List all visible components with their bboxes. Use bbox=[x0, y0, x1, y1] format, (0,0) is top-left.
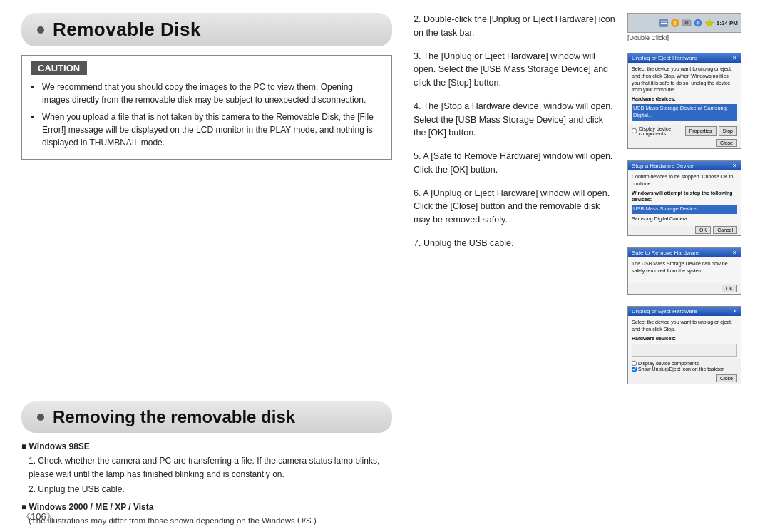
win2-body: Select the device you want to unplug or … bbox=[628, 63, 741, 125]
win5-desc: Select the device you want to unplug or … bbox=[632, 319, 737, 333]
win4-mock: Safe to Remove Hardware ✕ The USB Mass S… bbox=[627, 247, 741, 295]
win5-body: Select the device you want to unplug or … bbox=[628, 316, 741, 359]
svg-rect-1 bbox=[661, 21, 667, 22]
win5-hardware-label: Hardware devices: bbox=[632, 335, 737, 342]
win2-properties-btn[interactable]: Properties bbox=[685, 126, 717, 136]
win2-thumb: Unplug or Eject Hardware ✕ Select the de… bbox=[627, 53, 749, 149]
win5-title-bar: Unplug or Eject Hardware ✕ bbox=[628, 307, 741, 316]
caution-item-2: When you upload a file that is not taken… bbox=[31, 111, 383, 149]
taskbar-icon-3 bbox=[682, 18, 692, 28]
header-dot bbox=[37, 26, 44, 34]
windows2000-note: (The illustrations may differ from those… bbox=[21, 515, 392, 527]
svg-text:!: ! bbox=[674, 20, 676, 26]
win3-extra: Samsung Digital Camera bbox=[632, 215, 737, 222]
win4-desc: The USB Mass Storage Device can now be s… bbox=[632, 260, 737, 275]
windows98-step-1-number: 1. bbox=[29, 456, 38, 466]
taskbar-icon-4 bbox=[693, 18, 703, 28]
win2-check-label: Display device components bbox=[639, 126, 683, 136]
step-2-text: Double-click the [Unplug or Eject Hardwa… bbox=[414, 14, 615, 38]
step-5-number: 5. bbox=[414, 151, 423, 161]
win3-cancel-btn[interactable]: Cancel bbox=[713, 226, 737, 234]
win2-hardware-label: Hardware devices: bbox=[632, 96, 737, 103]
win5-checkboxes: Display device components Show Unplug/Ej… bbox=[628, 359, 741, 373]
win2-footer: Display device components Properties Sto… bbox=[628, 125, 741, 138]
step-7: 7. Unplug the USB cable. bbox=[414, 237, 616, 250]
taskbar-icon-1 bbox=[659, 18, 669, 28]
win5-check1-label: Display device components bbox=[638, 361, 699, 366]
step-6-number: 6. bbox=[414, 188, 423, 198]
svg-point-8 bbox=[696, 21, 699, 25]
win3-title-bar: Stop a Hardware Device ✕ bbox=[628, 161, 741, 170]
svg-rect-2 bbox=[661, 23, 667, 24]
windows98-step-1: 1. Check whether the camera and PC are t… bbox=[29, 454, 392, 481]
removing-disk-title: Removing the removable disk bbox=[53, 407, 295, 427]
win2-mock: Unplug or Eject Hardware ✕ Select the de… bbox=[627, 53, 741, 149]
win4-title: Safe to Remove Hardware bbox=[632, 250, 699, 256]
win4-body: The USB Mass Storage Device can now be s… bbox=[628, 257, 741, 283]
win2-title-bar: Unplug or Eject Hardware ✕ bbox=[628, 53, 741, 63]
win3-body: Confirm devices to be stopped. Choose OK… bbox=[628, 170, 741, 225]
win2-close-row: Close bbox=[628, 138, 741, 148]
win5-check2: Show Unplug/Eject icon on the taskbar bbox=[632, 367, 737, 372]
win5-close-btn[interactable]: Close bbox=[716, 374, 737, 382]
step-3-number: 3. bbox=[414, 51, 423, 61]
svg-point-6 bbox=[684, 21, 688, 25]
taskbar-mock: ! 1:24 PM bbox=[627, 13, 741, 33]
win2-close-btn[interactable]: Close bbox=[716, 139, 737, 147]
windows98-step-2: 2. Unplug the USB cable. bbox=[29, 483, 392, 496]
win3-footer: OK Cancel bbox=[628, 225, 741, 235]
win4-footer: OK bbox=[628, 283, 741, 294]
windows98-step-1-text: Check whether the camera and PC are tran… bbox=[29, 456, 379, 479]
caution-list: We recommend that you should copy the im… bbox=[31, 81, 383, 149]
windows98-step-2-text: Unplug the USB cable. bbox=[38, 484, 124, 494]
win3-thumb: Stop a Hardware Device ✕ Confirm devices… bbox=[627, 160, 749, 236]
win5-check2-label: Show Unplug/Eject icon on the taskbar bbox=[638, 367, 724, 372]
win3-desc: Confirm devices to be stopped. Choose OK… bbox=[632, 173, 737, 188]
removing-header-dot bbox=[37, 414, 44, 421]
win4-thumb: Safe to Remove Hardware ✕ The USB Mass S… bbox=[627, 247, 749, 295]
win3-mock: Stop a Hardware Device ✕ Confirm devices… bbox=[627, 160, 741, 236]
win5-close: ✕ bbox=[732, 308, 737, 314]
double-click-label: [Double Click!] bbox=[627, 34, 669, 41]
windows2000-label: Windows 2000 / ME / XP / Vista bbox=[21, 502, 392, 512]
taskbar-time: 1:24 PM bbox=[717, 20, 738, 26]
win2-desc: Select the device you want to unplug or … bbox=[632, 66, 737, 93]
taskbar-thumb: ! 1:24 PM [Double Click!] bbox=[627, 13, 749, 41]
win2-close: ✕ bbox=[732, 55, 737, 61]
win5-footer: Close bbox=[628, 373, 741, 384]
win4-close: ✕ bbox=[732, 250, 737, 256]
caution-label: CAUTION bbox=[31, 61, 87, 75]
win5-device-list bbox=[632, 344, 737, 357]
step-4-text: The [Stop a Hardware device] window will… bbox=[414, 101, 613, 138]
caution-box: CAUTION We recommend that you should cop… bbox=[21, 55, 392, 160]
taskbar-icon-5 bbox=[704, 18, 714, 28]
windows2000-section: Windows 2000 / ME / XP / Vista (The illu… bbox=[21, 502, 392, 532]
step-3-text: The [Unplug or Eject Hardware] window wi… bbox=[414, 51, 608, 88]
step-7-number: 7. bbox=[414, 238, 423, 248]
win2-device: USB Mass Storage Device at Samsung Digit… bbox=[632, 104, 737, 121]
windows98-label: Windows 98SE bbox=[21, 441, 392, 451]
win3-ok-btn[interactable]: OK bbox=[695, 226, 711, 234]
win5-mock: Unplug or Eject Hardware ✕ Select the de… bbox=[627, 306, 741, 384]
win3-close: ✕ bbox=[732, 163, 737, 169]
win4-ok-btn[interactable]: OK bbox=[722, 285, 737, 292]
win3-title: Stop a Hardware Device bbox=[632, 163, 694, 169]
thumbnails-column: ! 1:24 PM [Double Click!] bbox=[627, 13, 749, 389]
win5-thumb: Unplug or Eject Hardware ✕ Select the de… bbox=[627, 306, 749, 384]
step-3: 3. The [Unplug or Eject Hardware] window… bbox=[414, 50, 616, 90]
windows98-steps: 1. Check whether the camera and PC are t… bbox=[21, 454, 392, 497]
win5-display-check[interactable] bbox=[632, 361, 637, 366]
windows98-step-2-number: 2. bbox=[29, 484, 38, 494]
step-6-text: A [Unplug or Eject Hardware] window will… bbox=[414, 188, 610, 225]
step-7-text: Unplug the USB cable. bbox=[423, 238, 513, 248]
step-2: 2. Double-click the [Unplug or Eject Har… bbox=[414, 13, 616, 40]
display-components-check[interactable] bbox=[632, 128, 637, 133]
win2-stop-btn[interactable]: Stop bbox=[719, 126, 737, 136]
step-5: 5. A [Safe to Remove Hardware] window wi… bbox=[414, 150, 616, 177]
page-number: 《106》 bbox=[21, 511, 56, 523]
win2-title: Unplug or Eject Hardware bbox=[632, 55, 697, 61]
win4-title-bar: Safe to Remove Hardware ✕ bbox=[628, 248, 741, 257]
win5-title: Unplug or Eject Hardware bbox=[632, 308, 697, 314]
step-4-number: 4. bbox=[414, 101, 423, 111]
win5-show-check[interactable] bbox=[632, 367, 637, 372]
